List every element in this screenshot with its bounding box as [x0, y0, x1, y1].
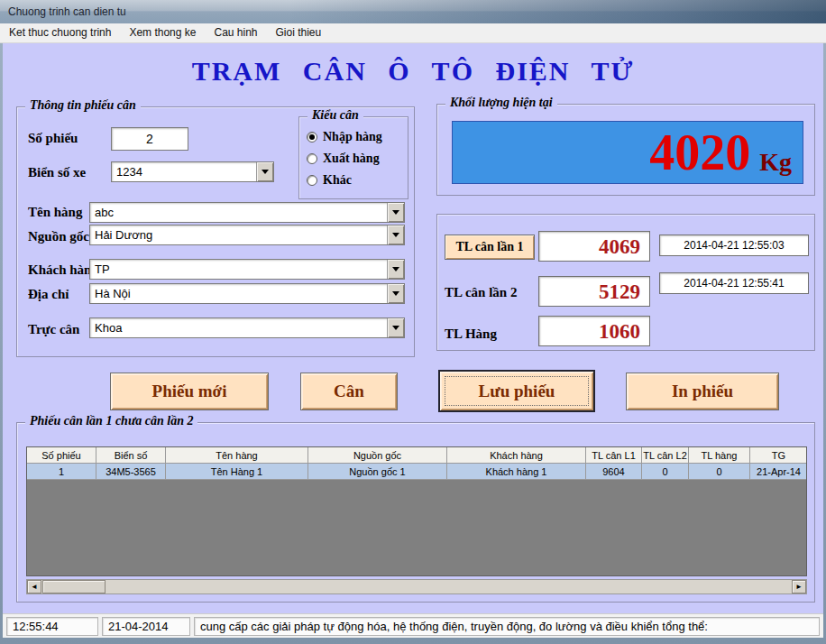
menu-item-ket-thuc-chuong-trinh[interactable]: Ket thuc chuong trinh [0, 23, 120, 42]
radio-khac-label: Khác [323, 173, 352, 188]
status-time: 12:55:44 [6, 617, 98, 636]
khach-hang-combobox[interactable]: TP [89, 259, 405, 280]
menu-item-gioi-thieu[interactable]: Gioi thieu [267, 23, 331, 42]
column-header: Biển số [96, 447, 166, 464]
cell-khach-hang: Khách hàng 1 [447, 464, 586, 480]
window-title: Chuong trinh can dien tu [8, 5, 126, 18]
cell-tl-can-l1: 9604 [586, 464, 642, 480]
chevron-down-icon[interactable] [387, 284, 404, 303]
radio-xuat-hang-label: Xuất hàng [323, 152, 380, 166]
radio-khac[interactable]: Khác [307, 173, 352, 188]
scroll-arrow-right-icon[interactable]: ► [792, 580, 806, 593]
cell-ten-hang: Tên Hàng 1 [166, 464, 308, 480]
cell-bien-so: 34M5-3565 [96, 464, 166, 480]
menu-item-xem-thong-ke[interactable]: Xem thong ke [120, 23, 205, 42]
status-date: 21-04-2014 [102, 617, 190, 636]
chevron-down-icon[interactable] [387, 318, 404, 337]
column-header: Tên hàng [166, 447, 308, 464]
kieu-can-group: Kiểu cân Nhập hàng Xuất hàng Khác [298, 116, 408, 199]
chevron-down-icon[interactable] [387, 225, 404, 244]
column-header: Nguồn gốc [308, 447, 447, 464]
radio-nhap-hang[interactable]: Nhập hàng [307, 130, 382, 144]
menu-bar: Ket thuc chuong trinh Xem thong ke Cau h… [0, 23, 826, 43]
weigh-button[interactable]: Cân [300, 373, 398, 410]
tl-hang-label: TL Hàng [445, 327, 497, 342]
ticket-info-group-title: Thông tin phiếu cân [25, 98, 141, 113]
nguon-goc-value: Hải Dương [90, 225, 387, 244]
save-ticket-button[interactable]: Lưu phiếu [438, 370, 595, 412]
grid-header-row: Số phiếu Biển số Tên hàng Nguồn gốc Khác… [27, 447, 806, 464]
scrollbar-thumb[interactable] [42, 580, 106, 593]
print-ticket-button[interactable]: In phiếu [626, 373, 779, 410]
column-header: Khách hàng [447, 447, 586, 464]
weight-display-unit: Kg [759, 148, 792, 177]
tl-can-lan-1-value: 4069 [538, 231, 650, 262]
tl-hang-value: 1060 [538, 316, 650, 346]
nguon-goc-label: Nguồn gốc [28, 229, 89, 244]
truc-can-combobox[interactable]: Khoa [89, 317, 405, 338]
cell-nguon-goc: Nguồn gốc 1 [308, 464, 447, 480]
radio-icon [307, 132, 317, 143]
tl-can-lan-1-time: 2014-04-21 12:55:03 [659, 235, 809, 256]
chevron-down-icon[interactable] [256, 162, 273, 181]
pending-tickets-group: Phiếu cân lần 1 chưa cân lần 2 Số phiếu … [16, 422, 815, 603]
status-message: cung cấp các giải pháp tự động hóa, hệ t… [194, 617, 820, 636]
horizontal-scrollbar[interactable]: ◄ ► [26, 579, 807, 594]
weighings-box: TL cân lần 1 4069 2014-04-21 12:55:03 TL… [436, 214, 815, 351]
khach-hang-value: TP [90, 260, 387, 279]
truc-can-label: Trực cân [28, 322, 79, 337]
tl-can-lan-2-value: 5129 [538, 276, 650, 307]
window-titlebar[interactable]: Chuong trinh can dien tu [0, 0, 826, 23]
so-phieu-label: Số phiếu [28, 131, 78, 146]
cell-tl-can-l2: 0 [642, 464, 689, 480]
cell-tg: 21-Apr-14 [750, 464, 807, 480]
column-header: TL cân L2 [642, 447, 689, 464]
tl-can-lan-2-label: TL cân lần 2 [445, 285, 517, 300]
kieu-can-group-title: Kiểu cân [307, 108, 363, 123]
cell-so-phieu: 1 [27, 464, 96, 480]
ten-hang-combobox[interactable]: abc [89, 202, 405, 223]
status-bar: 12:55:44 21-04-2014 cung cấp các giải ph… [3, 613, 823, 638]
chevron-down-icon[interactable] [387, 260, 404, 279]
bien-so-xe-combobox[interactable]: 1234 [111, 161, 274, 182]
truc-can-value: Khoa [90, 318, 387, 337]
tl-can-lan-1-button[interactable]: TL cân lần 1 [445, 235, 535, 260]
cell-tl-hang: 0 [689, 464, 750, 480]
ten-hang-label: Tên hàng [28, 205, 82, 220]
page-title: TRẠM CÂN Ô TÔ ĐIỆN TỬ [3, 56, 823, 87]
pending-tickets-grid[interactable]: Số phiếu Biển số Tên hàng Nguồn gốc Khác… [26, 446, 807, 576]
weight-display-value: 4020 [649, 127, 750, 178]
radio-icon [307, 175, 317, 186]
tl-can-lan-2-time: 2014-04-21 12:55:41 [659, 272, 809, 294]
dia-chi-label: Địa chỉ [28, 287, 69, 302]
current-weight-group-title: Khối lượng hiện tại [445, 96, 557, 110]
radio-icon [307, 153, 317, 164]
new-ticket-button[interactable]: Phiếu mới [110, 373, 269, 410]
khach-hang-label: Khách hàng [28, 262, 98, 278]
column-header: TL cân L1 [586, 447, 642, 464]
weight-display: 4020 Kg [452, 121, 803, 184]
pending-tickets-group-title: Phiếu cân lần 1 chưa cân lần 2 [25, 414, 197, 428]
ten-hang-value: abc [90, 203, 387, 222]
ticket-info-group: Thông tin phiếu cân Số phiếu Biển số xe … [16, 106, 415, 357]
scroll-arrow-left-icon[interactable]: ◄ [27, 580, 41, 593]
chevron-down-icon[interactable] [387, 203, 404, 222]
radio-xuat-hang[interactable]: Xuất hàng [307, 152, 380, 166]
dia-chi-combobox[interactable]: Hà Nội [89, 283, 405, 304]
client-area: TRẠM CÂN Ô TÔ ĐIỆN TỬ Thông tin phiếu câ… [3, 43, 823, 613]
table-row[interactable]: 1 34M5-3565 Tên Hàng 1 Nguồn gốc 1 Khách… [27, 464, 806, 480]
bien-so-xe-label: Biển số xe [28, 165, 86, 180]
column-header: TG [750, 447, 807, 464]
menu-item-cau-hinh[interactable]: Cau hinh [205, 23, 266, 42]
column-header: Số phiếu [27, 447, 96, 464]
bien-so-xe-value: 1234 [112, 162, 256, 181]
radio-nhap-hang-label: Nhập hàng [323, 130, 382, 144]
app-window: Chuong trinh can dien tu Ket thuc chuong… [0, 0, 826, 644]
column-header: TL hàng [689, 447, 750, 464]
so-phieu-input[interactable] [111, 127, 188, 151]
dia-chi-value: Hà Nội [90, 284, 387, 303]
current-weight-group: Khối lượng hiện tại 4020 Kg [436, 104, 815, 196]
nguon-goc-combobox[interactable]: Hải Dương [89, 225, 405, 245]
